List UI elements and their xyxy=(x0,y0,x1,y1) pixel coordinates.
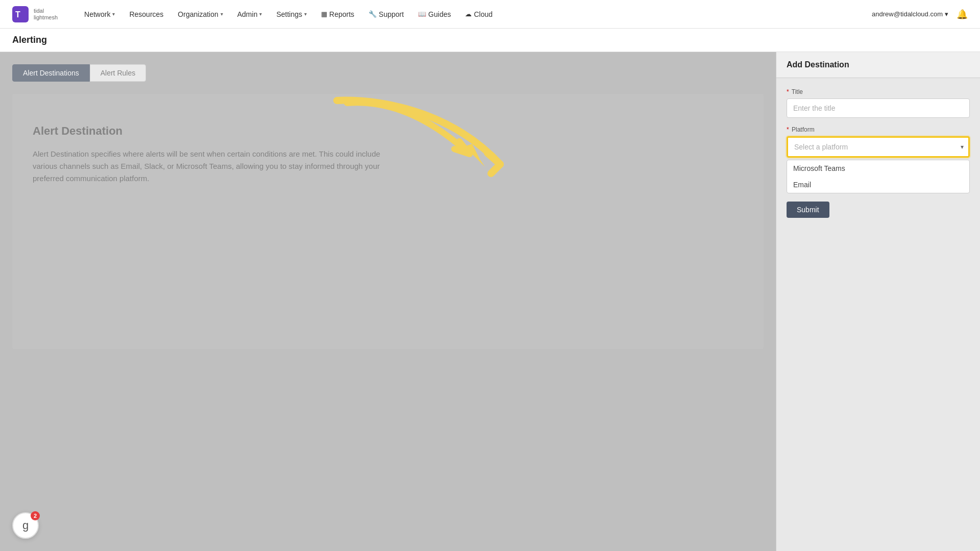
nav-settings[interactable]: Settings ▾ xyxy=(270,7,313,21)
tab-alert-destinations[interactable]: Alert Destinations xyxy=(12,64,90,82)
logo-text: tidal lightmesh xyxy=(34,8,58,20)
option-microsoft-teams[interactable]: Microsoft Teams xyxy=(787,160,969,177)
required-indicator: * xyxy=(787,88,789,95)
tabs: Alert Destinations Alert Rules xyxy=(12,64,764,82)
platform-select-wrapper: Select a platform Email ▾ xyxy=(787,136,970,158)
platform-select[interactable]: Select a platform Email xyxy=(787,136,970,158)
avatar[interactable]: g 2 xyxy=(12,512,39,539)
platform-dropdown: Microsoft Teams Email xyxy=(787,160,970,193)
nav-right: andrew@tidalcloud.com ▾ 🔔 xyxy=(872,9,968,20)
page-title: Alerting xyxy=(12,35,47,45)
avatar-badge: 2 xyxy=(31,511,40,520)
nav-admin[interactable]: Admin ▾ xyxy=(231,7,268,21)
nav-user[interactable]: andrew@tidalcloud.com ▾ xyxy=(872,10,948,18)
panel-body: * Title * Platform Select a platform Ema xyxy=(776,78,980,551)
chevron-down-icon: ▾ xyxy=(112,11,115,17)
nav-network[interactable]: Network ▾ xyxy=(78,7,121,21)
content-area: Alert Destination Alert Destination spec… xyxy=(12,94,764,349)
cloud-icon: ☁ xyxy=(465,10,472,18)
chevron-down-icon: ▾ xyxy=(259,11,262,17)
navbar: T tidal lightmesh Network ▾ Resources Or… xyxy=(0,0,980,29)
avatar-container[interactable]: g 2 xyxy=(12,512,39,539)
nav-guides[interactable]: 📖 Guides xyxy=(412,7,457,21)
required-indicator: * xyxy=(787,126,789,133)
content-heading: Alert Destination xyxy=(33,124,743,138)
nav-organization[interactable]: Organization ▾ xyxy=(172,7,229,21)
page: Alerting Alert Destinations Alert Rules … xyxy=(0,0,980,551)
nav-support[interactable]: 🔧 Support xyxy=(362,7,410,21)
logo[interactable]: T tidal lightmesh xyxy=(12,6,58,22)
title-label: * Title xyxy=(787,88,970,95)
chevron-down-icon: ▾ xyxy=(304,11,307,17)
main-content: Alert Destinations Alert Rules Alert Des… xyxy=(0,52,980,551)
bar-chart-icon: ▦ xyxy=(321,10,327,18)
option-email[interactable]: Email xyxy=(787,177,969,193)
nav-reports[interactable]: ▦ Reports xyxy=(315,7,360,21)
panel-header: Add Destination xyxy=(776,52,980,78)
title-input[interactable] xyxy=(787,98,970,118)
chevron-down-icon: ▾ xyxy=(945,10,948,18)
right-panel: Add Destination * Title * Platform xyxy=(776,52,980,551)
submit-button[interactable]: Submit xyxy=(787,202,829,218)
wrench-icon: 🔧 xyxy=(369,10,377,18)
svg-rect-0 xyxy=(12,6,29,22)
nav-resources[interactable]: Resources xyxy=(123,7,169,21)
logo-icon: T xyxy=(12,6,29,22)
panel-title: Add Destination xyxy=(787,60,849,69)
title-form-group: * Title xyxy=(787,88,970,118)
platform-label: * Platform xyxy=(787,126,970,133)
tab-alert-rules[interactable]: Alert Rules xyxy=(90,64,146,82)
chevron-down-icon: ▾ xyxy=(220,11,223,17)
nav-items: Network ▾ Resources Organization ▾ Admin… xyxy=(78,7,872,21)
platform-form-group: * Platform Select a platform Email ▾ xyxy=(787,126,970,193)
left-panel: Alert Destinations Alert Rules Alert Des… xyxy=(0,52,776,551)
svg-text:T: T xyxy=(15,10,20,19)
nav-cloud[interactable]: ☁ Cloud xyxy=(459,7,499,21)
page-subheader: Alerting xyxy=(0,29,980,52)
bell-icon[interactable]: 🔔 xyxy=(957,9,968,20)
book-icon: 📖 xyxy=(418,10,426,18)
content-description: Alert Destination specifies where alerts… xyxy=(33,148,390,185)
